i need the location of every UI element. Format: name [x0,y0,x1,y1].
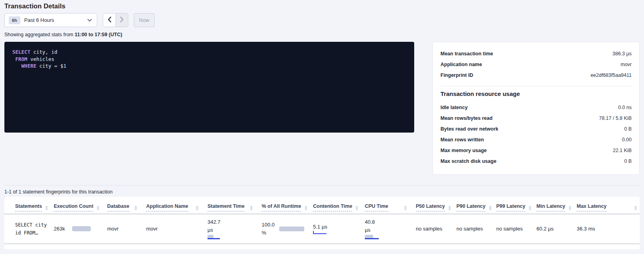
sort-icon[interactable] [634,206,637,210]
cell-min-latency: 60.2 µs [530,214,570,244]
transaction-summary-card: Mean transaction time 386.3 µs Applicati… [433,42,640,175]
sql-keyword: SELECT [12,49,30,55]
cpu-time-bar [365,235,384,239]
time-range-dropdown[interactable]: 6h Past 6 Hours [4,13,97,27]
statements-table-caption: 1-1 of 1 statement fingerprints for this… [4,189,640,195]
cell-p50-latency: no samples [409,214,450,244]
column-header-statements: Statements [4,197,47,214]
sql-line: FROM vehicles [12,56,406,63]
sql-text: city = $1 [36,63,66,69]
p90-latency-value: no samples [456,226,483,232]
cell-statement: SELECT city, id FROM… [4,214,47,244]
cell-max-latency: 36.3 ms [570,214,640,244]
resource-value: 78.17 / 5.8 KiB [599,115,632,121]
summary-label: Fingerprint ID [440,72,473,78]
summary-label: Mean transaction time [440,51,493,57]
contention-time-value: 5.1 µs [313,224,327,230]
sql-keyword: WHERE [22,63,37,69]
cell-p99-latency: no samples [490,214,530,244]
database-value: movr [107,226,119,232]
resource-row-mean-rows-bytes-read: Mean rows/bytes read 78.17 / 5.8 KiB [440,113,632,123]
now-button[interactable]: Now [134,13,155,27]
column-header-p50-latency: P50 Latency [409,197,450,214]
sort-icon[interactable] [304,206,307,210]
resource-label: Idle latency [440,105,468,110]
summary-value: ee2df683f5aa9411 [591,72,632,78]
sort-icon[interactable] [96,206,100,210]
resource-row-idle-latency: Idle latency 0.0 ns [440,102,632,113]
cell-database: movr [101,214,140,244]
sort-icon[interactable] [250,206,253,210]
statement-text-line: SELECT city, [15,221,45,229]
resource-label: Mean rows written [440,137,484,143]
summary-label: Application name [440,62,482,67]
resource-value: 0.00 [622,137,632,143]
resource-value: 22.1 KiB [613,148,632,153]
min-latency-value: 60.2 µs [536,226,554,232]
page-title: Transaction Details [4,0,640,10]
column-header-p90-latency: P90 Latency [450,197,490,214]
stats-line-range: 11:00 to 17:59 (UTC) [75,32,122,37]
sort-icon[interactable] [448,206,451,210]
next-interval-button[interactable] [115,14,128,27]
summary-value: movr [621,62,632,67]
cell-application-name: movr [140,214,201,244]
previous-interval-button[interactable] [103,14,115,27]
statement-text-line: id FROM… [15,229,45,237]
sort-icon[interactable] [196,206,199,210]
cpu-time-value: 40.8 [365,218,407,226]
summary-row-application-name: Application name movr [440,59,632,70]
statements-table-card: Statements Execution Count Database Appl… [4,197,640,249]
resource-label: Bytes read over network [440,126,498,132]
sort-icon[interactable] [45,206,48,210]
resource-label: Max scratch disk usage [440,158,496,164]
column-header-min-latency: Min Latency [530,197,570,214]
section-divider [4,185,640,186]
resource-value: 0 B [624,126,632,132]
summary-divider [440,86,632,86]
column-header-execution-count: Execution Count [47,197,101,214]
resource-row-bytes-read-over-network: Bytes read over network 0 B [440,123,632,134]
sort-icon[interactable] [134,206,137,210]
resource-usage-title: Transaction resource usage [440,90,632,97]
summary-row-fingerprint-id: Fingerprint ID ee2df683f5aa9411 [440,70,632,80]
cell-pct-runtime: 100.0 % [255,214,307,244]
time-controls: 6h Past 6 Hours Now [4,13,640,27]
bar-line [207,238,220,239]
transaction-details-page: Transaction Details 6h Past 6 Hours Now … [0,0,644,249]
sort-icon[interactable] [529,206,532,210]
sql-text: vehicles [27,56,55,62]
sql-indent [12,63,22,69]
p50-latency-value: no samples [416,226,442,232]
cell-execution-count: 263k [47,214,101,244]
sort-icon[interactable] [355,206,358,210]
chevron-left-icon [108,16,112,24]
column-header-cpu-time: CPU Time [358,197,409,214]
resource-row-mean-rows-written: Mean rows written 0.00 [440,134,632,145]
sort-icon[interactable] [568,206,572,210]
bar-line [365,238,379,239]
cell-statement-time: 342.7 µs [201,214,255,244]
resource-row-max-memory-usage: Max memory usage 22.1 KiB [440,145,632,156]
statements-table: Statements Execution Count Database Appl… [4,197,640,244]
sql-line: SELECT city, id [12,49,406,56]
statement-time-unit: µs [207,226,253,234]
runtime-unit: % [262,230,266,236]
execution-count-value: 263k [54,226,65,232]
sql-text: city, id [30,49,57,55]
p99-latency-value: no samples [496,226,523,232]
sql-keyword: FROM [16,56,27,62]
summary-value: 386.3 µs [613,51,632,57]
cell-p90-latency: no samples [450,214,490,244]
statement-link[interactable]: SELECT city, id FROM… [15,221,45,237]
main-content-row: SELECT city, id FROM vehicles WHERE city… [4,42,640,175]
statement-time-value: 342.7 [207,218,253,226]
resource-label: Max memory usage [440,148,487,153]
column-header-statement-time: Statement Time [201,197,255,214]
statement-row: SELECT city, id FROM… 263k movr movr [4,214,640,244]
contention-time-bar [313,231,327,234]
sort-icon[interactable] [489,206,492,210]
sort-icon[interactable] [404,206,407,210]
resource-value: 0 B [624,158,632,164]
chevron-right-icon [120,16,124,24]
